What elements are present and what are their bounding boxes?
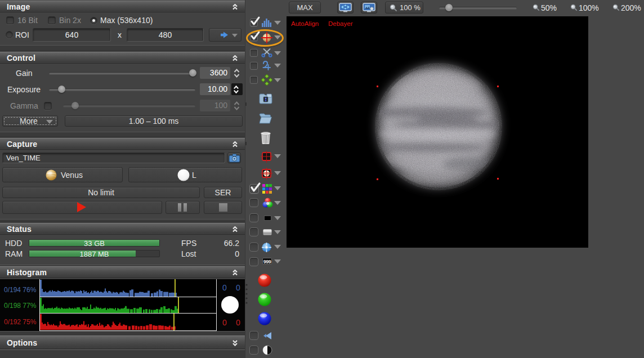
svg-text:Debayer: Debayer [328, 20, 353, 27]
svg-text:999: 999 [263, 259, 271, 265]
svg-text:AutoAlign: AutoAlign [291, 20, 319, 27]
